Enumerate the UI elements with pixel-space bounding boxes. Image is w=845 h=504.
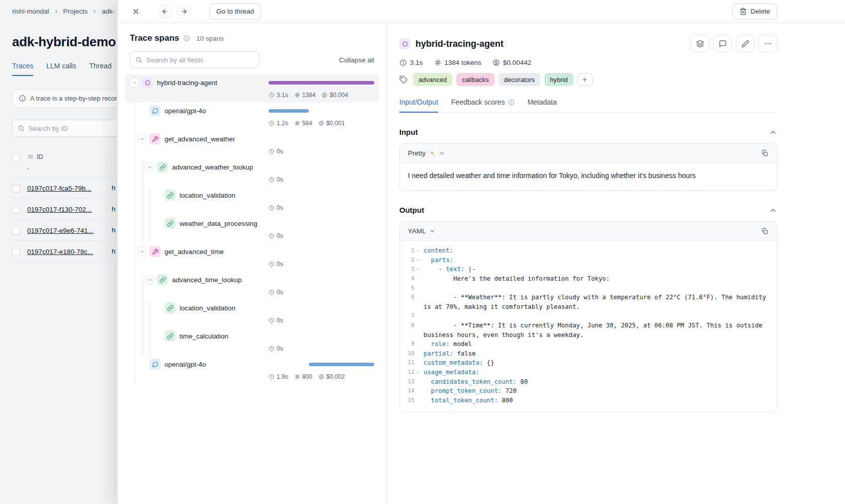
chain-icon [164,330,176,342]
span-row-advanced-weather-lookup[interactable]: advanced_weather_lookup 0s [130,159,374,187]
row-checkbox[interactable] [12,206,20,214]
tag-chip-callbacks[interactable]: callbacks [456,73,494,86]
copy-input-button[interactable] [757,146,772,160]
trace-id-link[interactable]: 0197c017-e9e6-741... [27,227,94,234]
detail-tabs: Input/OutputFeedback scoresMetadata [399,98,777,113]
previous-trace-button[interactable] [158,5,172,19]
code-line: 8 - **Time**: It is currently Monday, Ju… [403,321,770,340]
line-number: 7 [404,311,414,321]
input-section-title: Input [399,128,418,136]
code-fold-chevron-icon[interactable] [414,368,421,377]
code-fold-chevron-icon[interactable] [414,256,421,265]
chain-icon [157,274,168,285]
hash-stat: 1384 tokens [434,59,482,66]
span-name: location_validation [180,192,235,199]
row-checkbox[interactable] [12,185,20,193]
span-row-location-validation[interactable]: location_validation 0s [130,187,374,215]
tag-chip-advanced[interactable]: advanced [413,73,452,86]
row-checkbox[interactable] [12,248,20,256]
span-duration: 0s [269,176,283,183]
expand-chevron-icon[interactable] [145,275,154,284]
trace-spans-panel: Trace spans 10 spans Collapse all hybrid… [118,23,387,504]
add-tag-button[interactable] [577,73,593,86]
span-duration: 0s [269,261,283,268]
id-column-header[interactable]: ID - [27,153,107,172]
llm-icon [149,105,160,116]
code-line: 1content: [403,246,770,256]
tab-llm-calls[interactable]: LLM calls [46,62,76,76]
trace-id-link[interactable]: 0197c017-e180-78c... [27,248,93,256]
breadcrumb-current: adk- [102,8,115,15]
spans-search[interactable] [130,51,260,68]
span-duration: 0s [269,204,283,211]
code-line: 15 total_token_count: 800 [403,396,770,405]
span-row-openai-gpt-4o[interactable]: openai/gpt-4o 1.2s584$0.001 [130,103,374,131]
span-name: openai/gpt-4o [164,361,206,368]
expand-chevron-icon[interactable] [145,162,154,172]
span-row-openai-gpt-4o[interactable]: openai/gpt-4o 1.9s800$0.002 [130,356,374,384]
close-button[interactable] [129,5,143,19]
span-row-get-advanced-weather[interactable]: get_advanced_weather 0s [130,131,374,159]
trash-icon [739,8,747,15]
line-number: 6 [404,293,414,311]
tab-traces[interactable]: Traces [12,62,33,76]
breadcrumb-projects[interactable]: Projects [63,8,88,15]
span-duration: 0s [269,345,283,352]
output-section-title: Output [399,206,424,214]
duration-bar [269,109,309,113]
info-icon [183,35,190,42]
collapse-output-button[interactable] [769,206,777,214]
select-all-checkbox[interactable] [12,154,20,162]
input-format-select[interactable]: Pretty [405,147,448,159]
input-card: Pretty I need detailed weather and time … [399,143,777,191]
chevron-right-icon [53,9,59,15]
go-to-thread-button[interactable]: Go to thread [209,4,261,20]
tab-feedback-scores[interactable]: Feedback scores [451,98,515,113]
line-number: 10 [404,349,414,359]
code-fold-chevron-icon[interactable] [414,265,421,274]
line-number: 12 [404,368,414,377]
trace-details-button[interactable] [691,35,709,52]
expand-chevron-icon[interactable] [137,247,146,256]
arrow-left-icon [161,8,168,15]
span-row-location-validation[interactable]: location_validation 0s [130,300,374,328]
tag-chip-hybrid[interactable]: hybrid [544,73,573,86]
comments-button[interactable] [713,35,732,52]
span-row-time-calculation[interactable]: time_calculation 0s [130,328,374,356]
copy-output-button[interactable] [757,224,772,238]
tab-metadata[interactable]: Metadata [528,98,557,113]
span-row-hybrid-tracing-agent[interactable]: hybrid-tracing-agent 3.1s1384$0.004 [125,74,379,103]
row-checkbox[interactable] [12,227,20,235]
span-row-get-advanced-time[interactable]: get_advanced_time 0s [130,243,374,272]
more-actions-button[interactable] [758,35,777,52]
expand-chevron-icon[interactable] [130,78,139,87]
collapse-input-button[interactable] [769,128,777,136]
trace-id-link[interactable]: 0197c017-fca5-79b... [27,185,92,192]
expand-chevron-icon[interactable] [137,134,146,143]
span-duration: 0s [269,317,283,324]
collapse-all-button[interactable]: Collapse all [339,56,374,64]
edit-button[interactable] [736,35,754,52]
span-row-advanced-time-lookup[interactable]: advanced_time_lookup 0s [130,272,374,300]
delete-button[interactable]: Delete [732,4,777,20]
code-fold-chevron-icon[interactable] [414,246,421,256]
breadcrumb-workspace[interactable]: rishi-mondal [12,8,49,15]
column-menu-icon [27,153,34,160]
line-number: 8 [404,321,414,340]
tab-thread[interactable]: Thread [89,62,111,76]
code-line: 3 - text: |- [403,265,770,274]
yaml-code-block: 1content:2 parts:3 - text: |-4 Here's th… [400,241,777,412]
output-format-select[interactable]: YAML [405,225,439,237]
trace-id-link[interactable]: 0197c017-f130-702... [27,206,92,213]
spans-search-input[interactable] [146,56,254,64]
tab-input-output[interactable]: Input/Output [399,98,438,113]
span-tokens: 800 [294,373,312,380]
next-trace-button[interactable] [177,5,191,19]
search-icon [18,125,25,132]
span-tree: hybrid-tracing-agent 3.1s1384$0.004 open… [118,74,386,396]
span-row-weather-data-processing[interactable]: weather_data_processing 0s [130,215,374,243]
span-duration: 0s [269,232,283,239]
span-count: 10 spans [196,35,224,42]
tag-chip-decorators[interactable]: decorators [498,73,540,86]
line-number: 5 [404,284,414,293]
